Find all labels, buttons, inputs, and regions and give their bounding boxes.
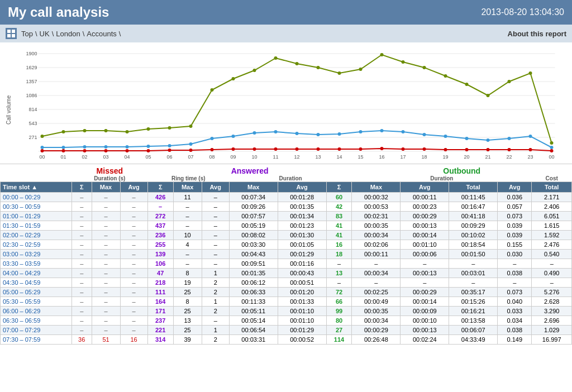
table-cell: – [72,278,92,288]
svg-point-97 [104,149,108,152]
table-cell: 00:03:30 [229,240,278,250]
svg-point-111 [402,147,405,151]
table-row: 03:30 – 03:59–––106––00:09:5100:01:16–––… [1,259,572,269]
svg-point-58 [338,71,341,75]
table-cell: 04:30 – 04:59 [1,278,72,288]
table-cell: 00:00:53 [352,202,401,212]
table-cell: 0.073 [498,212,532,221]
table-cell: 06:30 – 06:59 [1,316,72,326]
table-cell: – [498,278,532,288]
table-cell: – [92,221,120,231]
table-cell: – [120,221,147,231]
table-cell: – [92,326,120,335]
svg-text:543: 543 [28,121,37,126]
svg-point-74 [147,145,150,148]
table-cell: – [352,259,401,269]
table-cell: 00:08:02 [229,231,278,240]
timeslot-header-spacer [1,164,72,175]
table-cell: 0.149 [498,335,532,345]
svg-point-101 [189,149,193,152]
about-report-link[interactable]: About this report [508,30,566,38]
svg-point-95 [62,149,65,152]
table-cell: 0.490 [532,269,572,278]
table-cell: – [92,250,120,259]
sub-timeslot-spacer [1,175,72,182]
breadcrumb-accounts[interactable]: Accounts [87,30,116,38]
svg-point-85 [380,129,384,132]
table-cell: 00:01:10 [401,240,449,250]
table-cell: 2 [202,288,229,297]
table-cell: – [120,250,147,259]
svg-text:03: 03 [103,154,108,160]
table-cell: 1 [202,297,229,307]
breadcrumb-uk[interactable]: UK [40,30,50,38]
table-cell: 00:01:10 [278,316,326,326]
col-missed-sum: Σ [72,182,92,193]
table-cell: 00:05:11 [229,307,278,316]
col-timeslot[interactable]: Time slot ▲ [1,182,72,193]
table-cell: 111 [147,288,173,297]
table-cell: 00:01:28 [278,193,326,202]
col-outbound-dur-avg: Avg [401,182,449,193]
table-cell: 00:01:16 [278,259,326,269]
table-cell: – [72,250,92,259]
svg-text:23: 23 [527,154,533,160]
table-cell: 0.073 [498,288,532,297]
table-cell: 00:01:35 [229,269,278,278]
table-row: 06:00 – 06:29–––17125200:05:1100:01:1099… [1,307,572,316]
table-row: 03:00 – 03:29–––139––00:04:4300:01:29180… [1,250,572,259]
table-cell: 00:11:45 [449,193,498,202]
table-cell: 1.615 [532,221,572,231]
table-cell: 00:09:26 [229,202,278,212]
table-cell: – [173,259,202,269]
svg-point-91 [508,137,511,140]
table-cell: – [72,288,92,297]
breadcrumb-london[interactable]: London [56,30,80,38]
table-cell: 00:35:17 [449,288,498,297]
table-cell: 106 [147,259,173,269]
answered-section-header: Answered [147,164,352,175]
table-cell: 171 [147,307,173,316]
table-cell: 1 [202,269,229,278]
breadcrumb-top[interactable]: Top [21,30,33,38]
table-cell: – [498,259,532,269]
svg-point-65 [487,94,490,97]
svg-point-46 [83,129,87,132]
svg-text:09: 09 [230,154,236,160]
table-cell: – [72,212,92,221]
table-cell: – [92,269,120,278]
table-cell: 00:04:43 [229,250,278,259]
table-cell: – [173,202,202,212]
table-cell: – [202,316,229,326]
svg-point-113 [444,148,447,151]
table-row: 05:30 – 05:59–––1648100:11:3300:01:33660… [1,297,572,307]
chart-svg: 1900 1629 1357 1086 814 543 271 00 01 02… [13,48,566,160]
table-cell: 00:01:35 [278,202,326,212]
table-cell: – [120,288,147,297]
table-cell: 00:00:29 [401,212,449,221]
table-cell: 00:00:34 [352,316,401,326]
table-row: 06:30 – 06:59–––23713–00:05:1400:01:1080… [1,316,572,326]
svg-text:271: 271 [28,135,37,140]
svg-point-71 [83,145,87,149]
table-cell: 00:41:18 [449,212,498,221]
svg-point-69 [41,146,44,149]
table-cell: 00:00:11 [401,193,449,202]
table-cell: 00:09:29 [449,221,498,231]
svg-text:1900: 1900 [26,51,37,56]
table-cell: 0.039 [498,231,532,240]
svg-point-76 [189,142,193,146]
table-row: 00:30 – 00:59––––––00:09:2600:01:354200:… [1,202,572,212]
svg-point-87 [423,133,426,136]
table-cell: 2.476 [532,240,572,250]
table-row: 04:00 – 04:29–––478100:01:3500:00:431300… [1,269,572,278]
svg-point-84 [359,130,363,133]
table-cell: 00:18:54 [449,240,498,250]
table-cell: 426 [147,193,173,202]
missed-section-header: Missed [72,164,147,175]
table-cell: 237 [147,316,173,326]
svg-point-99 [147,149,150,152]
table-cell: – [92,307,120,316]
table-cell: 114 [326,335,352,345]
table-cell: 0.038 [498,269,532,278]
